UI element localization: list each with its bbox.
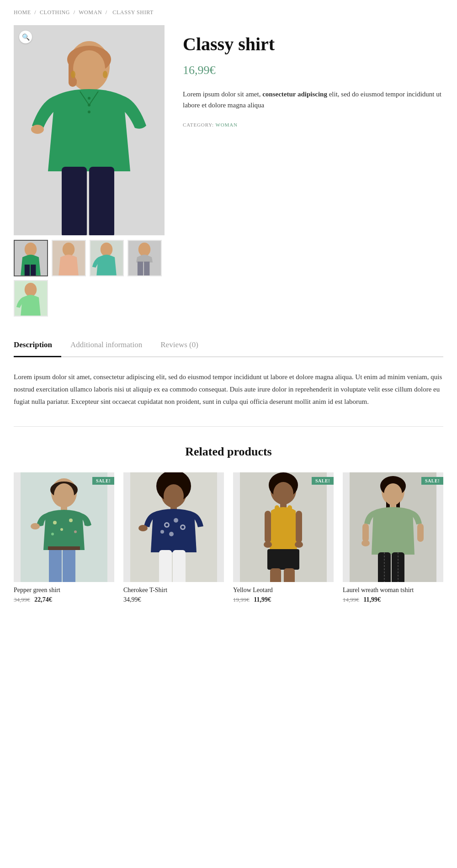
svg-point-24 — [138, 243, 151, 256]
tab-additional-info[interactable]: Additional information — [61, 335, 151, 357]
product-card-4[interactable]: SALE! — [343, 472, 443, 603]
zoom-icon[interactable]: 🔍 — [19, 31, 32, 43]
product-image-4: SALE! — [343, 472, 443, 582]
product-card-1-prices: 34,99€ 22,74€ — [14, 596, 114, 603]
svg-point-50 — [174, 518, 178, 523]
product-card-1-sale-price: 22,74€ — [34, 596, 52, 603]
desc-text-start: Lorem ipsum dolor sit amet, — [183, 90, 262, 98]
product-card-3-prices: 19,99€ 11,99€ — [233, 596, 334, 603]
svg-point-46 — [164, 484, 184, 508]
svg-point-61 — [273, 482, 293, 505]
svg-rect-40 — [49, 548, 62, 582]
svg-point-35 — [60, 528, 63, 531]
products-grid: SALE! — [14, 472, 443, 603]
svg-rect-9 — [89, 167, 114, 235]
svg-point-55 — [138, 525, 148, 531]
product-card-4-prices: 14,99€ 11,99€ — [343, 596, 443, 603]
info-column: Classy shirt 16,99€ Lorem ipsum dolor si… — [183, 25, 443, 317]
thumbnail-5[interactable] — [14, 280, 48, 317]
svg-point-12 — [88, 111, 90, 113]
breadcrumb-home[interactable]: HOME — [14, 9, 31, 16]
section-divider — [14, 426, 443, 427]
product-image-3: SALE! — [233, 472, 334, 582]
thumbnail-4[interactable] — [128, 240, 162, 276]
svg-rect-18 — [31, 265, 36, 275]
product-card-1[interactable]: SALE! — [14, 472, 114, 603]
image-column: 🔍 — [14, 25, 165, 317]
product-card-3-sale-price: 11,99€ — [254, 596, 271, 603]
product-card-4-original-price: 14,99€ — [343, 596, 359, 603]
product-card-3[interactable]: SALE! — [233, 472, 334, 603]
svg-point-10 — [88, 97, 90, 100]
product-image-1: SALE! — [14, 472, 114, 582]
svg-point-77 — [384, 483, 402, 505]
product-title: Classy shirt — [183, 34, 443, 54]
tab-content-description: Lorem ipsum dolor sit amet, consectetur … — [14, 371, 443, 408]
svg-rect-79 — [362, 524, 369, 542]
thumbnail-1[interactable] — [14, 240, 48, 276]
breadcrumb-current: CLASSY SHIRT — [112, 9, 154, 16]
tabs-section: Description Additional information Revie… — [14, 335, 443, 408]
product-card-4-name: Laurel wreath woman tshirt — [343, 587, 443, 594]
svg-rect-80 — [417, 524, 424, 542]
product-card-4-sale-price: 11,99€ — [363, 596, 381, 603]
svg-rect-71 — [284, 568, 295, 582]
svg-rect-26 — [144, 262, 149, 275]
svg-rect-8 — [62, 167, 87, 235]
category-line: CATEGORY: WOMAN — [183, 122, 443, 127]
breadcrumb: HOME / CLOTHING / WOMAN / CLASSY SHIRT — [14, 9, 443, 16]
svg-point-36 — [69, 519, 73, 522]
product-description: Lorem ipsum dolor sit amet, consectetur … — [183, 89, 443, 111]
svg-rect-56 — [159, 550, 172, 582]
svg-point-49 — [165, 524, 168, 526]
related-products-title: Related products — [14, 445, 443, 459]
svg-rect-42 — [48, 546, 80, 550]
svg-point-20 — [63, 243, 75, 256]
page-wrapper: HOME / CLOTHING / WOMAN / CLASSY SHIRT 🔍 — [0, 0, 457, 613]
svg-point-68 — [295, 541, 303, 548]
tab-description[interactable]: Description — [14, 335, 61, 357]
tabs-bar: Description Additional information Revie… — [14, 335, 443, 357]
thumbnail-3[interactable] — [90, 240, 124, 276]
product-card-1-original-price: 34,99€ — [14, 596, 30, 603]
svg-rect-69 — [267, 549, 299, 570]
svg-point-22 — [101, 243, 113, 256]
svg-rect-70 — [270, 568, 281, 582]
breadcrumb-clothing[interactable]: CLOTHING — [40, 9, 70, 16]
product-card-2-price: 34,99€ — [123, 596, 141, 603]
svg-point-13 — [71, 71, 75, 78]
svg-point-53 — [169, 532, 174, 536]
thumbnail-2[interactable] — [52, 240, 86, 276]
svg-point-39 — [31, 523, 40, 529]
svg-rect-63 — [275, 505, 279, 513]
product-card-2-prices: 34,99€ — [123, 596, 224, 603]
svg-point-7 — [31, 125, 44, 134]
product-section: 🔍 — [14, 25, 443, 317]
breadcrumb-woman[interactable]: WOMAN — [79, 9, 102, 16]
svg-rect-17 — [25, 265, 30, 275]
svg-point-67 — [264, 541, 272, 548]
category-link[interactable]: WOMAN — [215, 122, 237, 127]
svg-rect-65 — [265, 511, 271, 543]
svg-point-5 — [73, 50, 105, 87]
thumbnails — [14, 240, 165, 317]
svg-point-16 — [25, 243, 37, 256]
product-card-3-original-price: 19,99€ — [233, 596, 250, 603]
svg-point-14 — [103, 71, 107, 78]
sale-badge-3: SALE! — [312, 477, 334, 485]
product-card-2[interactable]: Cherokee T-Shirt 34,99€ — [123, 472, 224, 603]
sale-badge-4: SALE! — [421, 477, 443, 485]
tab-reviews[interactable]: Reviews (0) — [151, 335, 207, 357]
desc-text-bold: consectetur adipiscing — [262, 90, 327, 98]
svg-point-28 — [25, 283, 37, 296]
product-price: 16,99€ — [183, 64, 443, 77]
svg-rect-41 — [63, 548, 75, 582]
related-products-section: Related products SALE! — [14, 445, 443, 603]
main-product-svg — [14, 25, 165, 235]
svg-rect-25 — [138, 262, 143, 275]
main-image: 🔍 — [14, 25, 165, 235]
product-card-3-name: Yellow Leotard — [233, 587, 334, 594]
svg-point-34 — [53, 521, 57, 524]
svg-point-52 — [181, 526, 184, 529]
svg-rect-57 — [173, 550, 186, 582]
